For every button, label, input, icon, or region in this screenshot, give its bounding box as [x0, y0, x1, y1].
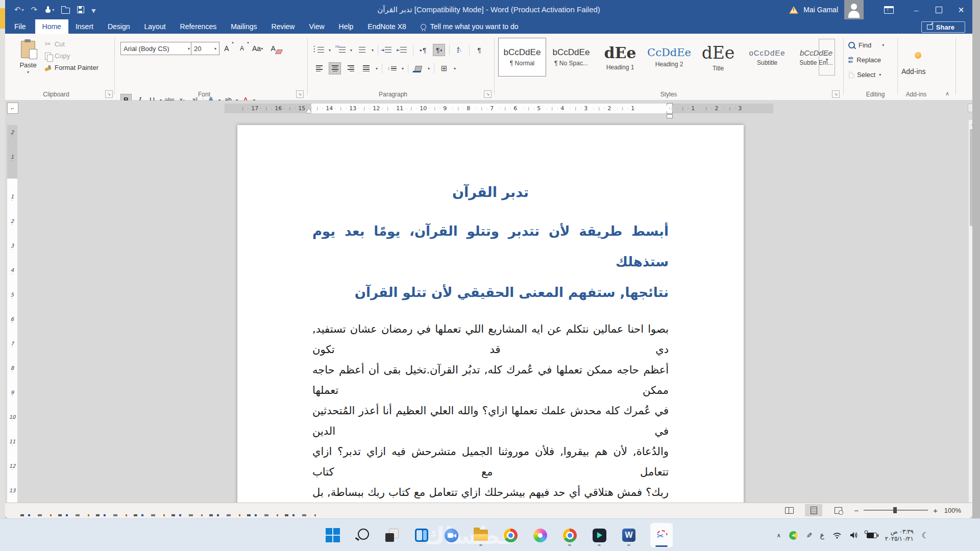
style-chip[interactable]: oCcDdEe Subtitle — [743, 38, 791, 77]
paragraph-dialog-launcher-icon[interactable] — [484, 90, 492, 98]
start-icon[interactable] — [325, 524, 341, 546]
ribbon-tab[interactable]: View — [302, 19, 331, 34]
task-view-icon[interactable] — [384, 524, 400, 546]
ribbon-tab[interactable]: EndNote X8 — [360, 19, 413, 34]
line-spacing-button[interactable]: ↕ — [386, 63, 398, 74]
read-mode-button[interactable] — [780, 504, 798, 516]
collapse-ribbon-icon[interactable]: ∧ — [945, 90, 949, 97]
pen-icon[interactable] — [806, 531, 812, 540]
first-line-indent-marker[interactable] — [667, 103, 673, 108]
redo-icon[interactable] — [31, 5, 38, 14]
bullets-button[interactable] — [313, 44, 325, 56]
minimize-button[interactable] — [905, 0, 927, 19]
battery-icon[interactable] — [867, 533, 877, 538]
zoom-in-button[interactable]: + — [933, 506, 938, 515]
print-layout-button[interactable] — [805, 504, 822, 516]
zoom-out-button[interactable]: − — [854, 506, 859, 515]
language-indicator[interactable]: ع — [820, 531, 824, 539]
search-icon[interactable] — [354, 524, 371, 546]
format-painter-button[interactable]: Format Painter — [45, 64, 99, 71]
zoom-slider-thumb[interactable] — [893, 507, 897, 513]
vertical-scrollbar[interactable]: ▲ — [968, 120, 972, 503]
share-button[interactable]: Share ▾ — [921, 21, 965, 33]
shrink-font-button[interactable]: A — [237, 43, 247, 54]
style-chip[interactable]: dEe Title — [694, 38, 742, 77]
activation-warning-icon[interactable] — [789, 6, 798, 14]
web-layout-button[interactable] — [829, 504, 847, 516]
clock[interactable]: ٠٣:٣٩ ص ٢٠٢٥/١٠/٢١ — [885, 528, 914, 542]
chevron-down-icon[interactable]: ▾ — [428, 66, 430, 71]
ribbon-tab[interactable]: Mailings — [224, 19, 264, 34]
sort-button[interactable]: AZ↓ — [454, 44, 465, 56]
chevron-down-icon[interactable]: ▾ — [376, 66, 378, 71]
document-text[interactable]: تدبر القرآن أبسط طريقة لأن تتدبر وتتلو ا… — [312, 125, 669, 503]
scroll-up-icon[interactable]: ▲ — [971, 122, 972, 127]
tab-selector-button[interactable] — [7, 103, 18, 114]
wifi-icon[interactable] — [832, 532, 842, 539]
chrome-icon-2[interactable] — [561, 524, 578, 546]
vertical-ruler[interactable]: 21 12345678910111213 — [7, 125, 17, 503]
avatar[interactable] — [844, 0, 864, 19]
chevron-down-icon[interactable]: ▾ — [372, 48, 374, 53]
chevron-down-icon[interactable]: ▾ — [454, 66, 456, 71]
show-formatting-marks-button[interactable] — [474, 44, 485, 56]
align-left-button[interactable] — [313, 63, 325, 74]
horizontal-ruler[interactable]: · | ·17· | ·16· | ·15 · | ·14· | ·13· | … — [225, 104, 773, 113]
media-player-icon[interactable] — [591, 524, 607, 546]
file-explorer-icon[interactable] — [473, 524, 489, 546]
style-chip[interactable]: bCcDdEe ¶ No Spac... — [547, 38, 595, 77]
tray-chevron-up-icon[interactable]: ∧ — [777, 532, 781, 539]
borders-button[interactable] — [438, 63, 450, 74]
tell-me-box[interactable]: Tell me what you want to do — [421, 19, 519, 34]
select-button[interactable]: Select▾ — [848, 69, 884, 80]
multilevel-list-button[interactable] — [356, 44, 368, 56]
decrease-indent-button[interactable]: ➜ — [382, 44, 394, 56]
ribbon-display-options-icon[interactable] — [884, 6, 894, 14]
align-center-button[interactable] — [329, 62, 341, 74]
widgets-icon[interactable] — [413, 524, 430, 546]
profile-swirl-icon[interactable] — [532, 524, 548, 546]
ribbon-tab[interactable]: Layout — [137, 19, 173, 34]
word-icon[interactable]: W — [621, 524, 637, 546]
style-chip[interactable]: dEe Heading 1 — [596, 38, 644, 77]
grow-font-button[interactable]: A — [222, 43, 232, 54]
justify-button[interactable] — [360, 63, 372, 74]
style-chip[interactable]: CcDdEe Heading 2 — [645, 38, 693, 77]
numbering-button[interactable] — [335, 44, 346, 56]
style-chip[interactable]: bCcDdEe ¶ Normal — [498, 38, 546, 77]
ribbon-tab[interactable]: Review — [264, 19, 302, 34]
scrollbar-thumb[interactable] — [970, 129, 972, 226]
change-case-button[interactable]: Aa▾ — [252, 43, 263, 54]
font-size-select[interactable]: 20▾ — [191, 42, 219, 55]
ribbon-tab[interactable]: Home — [35, 19, 68, 34]
customize-qat-icon[interactable]: –▾ — [91, 8, 95, 12]
clipboard-dialog-launcher-icon[interactable] — [105, 90, 113, 98]
chevron-down-icon[interactable]: ▾ — [350, 48, 352, 53]
ribbon-tab[interactable]: Insert — [68, 19, 101, 34]
shading-button[interactable] — [412, 63, 424, 74]
ribbon-tab[interactable]: Help — [332, 19, 361, 34]
zoom-slider[interactable] — [864, 510, 928, 511]
close-button[interactable] — [950, 0, 972, 19]
copy-button[interactable]: Copy — [45, 52, 99, 60]
font-dialog-launcher-icon[interactable] — [296, 90, 304, 98]
hanging-indent-marker[interactable] — [667, 109, 673, 118]
document-area[interactable]: 21 12345678910111213 تدبر القرآن أبسط طر… — [5, 120, 972, 503]
volume-icon[interactable] — [850, 532, 859, 539]
account-name[interactable]: Mai Gamal — [803, 6, 838, 14]
paste-button[interactable]: Paste ▾ — [14, 39, 42, 90]
ribbon-tab[interactable]: References — [173, 19, 224, 34]
maximize-button[interactable] — [927, 0, 950, 19]
moon-icon[interactable] — [922, 531, 929, 540]
add-ins-button[interactable]: Add-ins — [901, 67, 925, 76]
styles-dialog-launcher-icon[interactable] — [832, 90, 840, 98]
chat-icon[interactable] — [443, 524, 459, 546]
increase-indent-button[interactable]: ➜ — [398, 44, 409, 56]
undo-icon[interactable]: ▾ — [14, 5, 24, 14]
touch-mode-icon[interactable]: ▾ — [44, 6, 54, 13]
find-button[interactable]: Find▾ — [848, 40, 884, 50]
zoom-percent[interactable]: 100% — [943, 507, 961, 514]
antivirus-icon[interactable]: + — [789, 531, 798, 540]
replace-button[interactable]: abacReplace — [848, 55, 884, 65]
open-icon[interactable] — [61, 6, 70, 14]
